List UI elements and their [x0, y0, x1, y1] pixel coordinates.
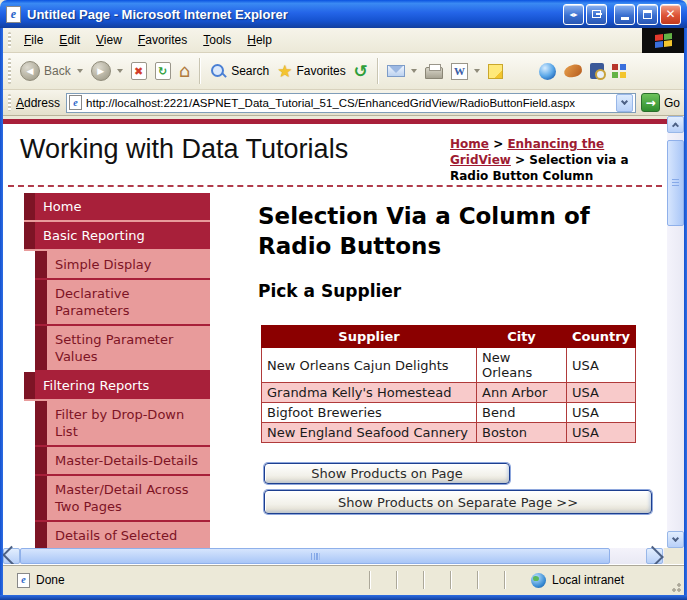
vertical-scrollbar[interactable]	[667, 116, 684, 548]
research-button[interactable]	[586, 61, 608, 81]
toolbar-grip-2[interactable]	[8, 58, 11, 83]
split-view-icon: ◂▸	[569, 10, 577, 19]
favorites-label: Favorites	[296, 64, 345, 78]
cell-supplier: Bigfoot Breweries	[262, 403, 477, 423]
sidebar-item-details-of-selected-row[interactable]: Details of Selected Row	[35, 522, 210, 548]
mail-dropdown-icon[interactable]	[411, 69, 417, 73]
addon-sphere-button[interactable]	[535, 61, 560, 82]
scroll-up-button[interactable]	[667, 116, 684, 133]
close-button[interactable]: ✕	[660, 4, 681, 25]
chevron-down-icon	[621, 98, 628, 105]
address-input[interactable]	[86, 95, 616, 111]
back-dropdown-icon[interactable]	[77, 69, 83, 73]
breadcrumb-home-link[interactable]: Home	[450, 137, 489, 151]
go-button[interactable]: → Go	[641, 93, 680, 112]
sidebar-item-filtering-reports[interactable]: Filtering Reports	[24, 372, 210, 401]
print-button[interactable]	[421, 61, 447, 81]
nav-accent-block	[35, 476, 47, 520]
maximize-button[interactable]	[637, 4, 658, 25]
resize-grip[interactable]	[669, 580, 681, 592]
status-divider	[477, 571, 478, 589]
scroll-right-button[interactable]	[646, 548, 663, 564]
sidebar-item-master-details-details[interactable]: Master-Details-Details	[35, 447, 210, 476]
sidebar-item-filter-by-dropdown-list[interactable]: Filter by Drop-Down List	[35, 401, 210, 447]
menu-favorites[interactable]: Favorites	[130, 29, 195, 51]
page-header: Working with Data Tutorials Home > Enhan…	[3, 124, 667, 185]
back-icon: ◀	[20, 61, 40, 81]
toolbar-grip-3[interactable]	[8, 94, 11, 112]
toolbar-grip[interactable]	[8, 32, 11, 49]
chevron-up-icon	[672, 122, 679, 129]
minimize-icon	[621, 17, 629, 20]
show-products-separate-page-button[interactable]: Show Products on Separate Page >>	[264, 490, 652, 514]
toolbar-separator	[199, 58, 200, 84]
sidebar-item-home[interactable]: Home	[24, 193, 210, 222]
horizontal-scroll-thumb[interactable]	[20, 548, 610, 564]
toolbar-separator-2	[377, 58, 378, 84]
scroll-left-button[interactable]	[3, 548, 20, 564]
menu-help[interactable]: Help	[239, 29, 280, 51]
table-row: New England Seafood Cannery Boston USA	[262, 423, 636, 443]
history-button[interactable]: ↺	[350, 61, 372, 82]
fox-icon	[563, 63, 583, 78]
research-book-icon	[590, 63, 604, 79]
nav-accent-block	[24, 222, 35, 249]
address-dropdown-button[interactable]	[616, 94, 633, 112]
minimize-button[interactable]	[614, 4, 635, 25]
home-button[interactable]: ⌂	[175, 60, 194, 82]
menu-tools[interactable]: Tools	[195, 29, 239, 51]
column-header-supplier: Supplier	[262, 326, 477, 348]
horizontal-scrollbar[interactable]	[3, 548, 664, 564]
window-frame-left	[0, 28, 3, 595]
popout-icon	[592, 10, 601, 18]
breadcrumb-separator-2: >	[515, 153, 525, 167]
mail-button[interactable]	[383, 63, 421, 79]
search-button[interactable]: Search	[205, 60, 273, 82]
word-icon: W	[451, 63, 468, 80]
breadcrumb-separator: >	[493, 137, 503, 151]
menu-bar: File Edit View Favorites Tools Help	[3, 28, 684, 53]
notes-button[interactable]	[484, 62, 507, 81]
scroll-down-button[interactable]	[667, 531, 684, 548]
popout-button[interactable]	[586, 4, 607, 25]
edit-with-word-button[interactable]: W	[447, 61, 484, 82]
sidebar-item-declarative-parameters[interactable]: Declarative Parameters	[35, 280, 210, 326]
menu-file[interactable]: File	[16, 29, 51, 51]
header-divider	[8, 185, 662, 187]
sidebar-item-label: Details of Selected Row	[47, 522, 210, 548]
window-frame-bottom	[0, 595, 687, 600]
menu-edit[interactable]: Edit	[51, 29, 88, 51]
addon-fox-button[interactable]	[560, 63, 586, 79]
status-divider	[450, 571, 451, 589]
refresh-button[interactable]: ↻	[151, 60, 175, 82]
site-title: Working with Data Tutorials	[20, 134, 348, 165]
show-products-on-page-button[interactable]: Show Products on Page	[264, 463, 510, 484]
globe-icon	[531, 573, 546, 588]
go-arrow-icon: →	[641, 93, 660, 112]
sidebar-item-basic-reporting[interactable]: Basic Reporting	[24, 222, 210, 251]
sidebar-item-setting-parameter-values[interactable]: Setting Parameter Values	[35, 326, 210, 372]
forward-dropdown-icon[interactable]	[117, 69, 123, 73]
main-content: Selection Via a Column of Radio Buttons …	[258, 201, 658, 514]
nav-accent-block	[35, 251, 47, 278]
cell-city: Boston	[477, 423, 567, 443]
word-dropdown-icon[interactable]	[474, 69, 480, 73]
ie-logo-icon: e	[6, 6, 21, 23]
cell-country: USA	[567, 403, 636, 423]
split-view-button[interactable]: ◂▸	[563, 4, 584, 25]
cell-country: USA	[567, 383, 636, 403]
sidebar-item-master-detail-two-pages[interactable]: Master/Detail Across Two Pages	[35, 476, 210, 522]
stop-button[interactable]: ✖	[127, 60, 151, 82]
favorites-button[interactable]: ★ Favorites	[273, 61, 350, 82]
menu-view[interactable]: View	[88, 29, 130, 51]
messenger-button[interactable]	[608, 62, 630, 80]
forward-button[interactable]: ▶	[87, 59, 127, 83]
back-button[interactable]: ◀ Back	[16, 59, 87, 83]
page-title: Selection Via a Column of Radio Buttons	[258, 201, 658, 261]
mail-icon	[387, 65, 405, 77]
sidebar-item-simple-display[interactable]: Simple Display	[35, 251, 210, 280]
column-header-city: City	[477, 326, 567, 348]
vertical-scroll-thumb[interactable]	[667, 140, 684, 226]
cell-country: USA	[567, 423, 636, 443]
status-divider	[423, 571, 424, 589]
